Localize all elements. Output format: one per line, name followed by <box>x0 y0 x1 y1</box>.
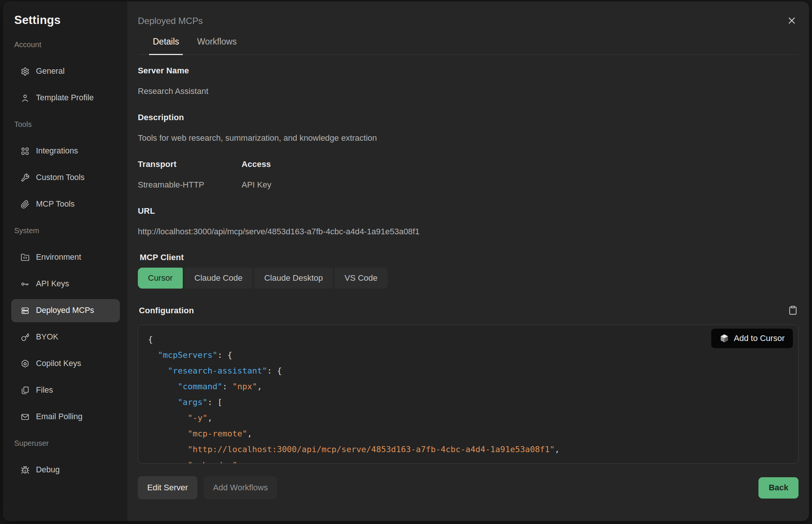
sidebar-nav: AccountGeneralTemplate ProfileToolsInteg… <box>11 31 120 483</box>
transport-label: Transport <box>138 159 242 169</box>
server-name-label: Server Name <box>138 66 799 76</box>
sidebar-item-label: BYOK <box>36 332 58 342</box>
server-name-value: Research Assistant <box>138 86 799 96</box>
sidebar-item-files[interactable]: Files <box>11 379 120 402</box>
transport-access-values: Streamable-HTTP API Key <box>138 180 799 190</box>
mcp-client-selector: CursorClaude CodeClaude DesktopVS Code <box>138 268 799 289</box>
access-label: Access <box>242 159 271 169</box>
code-line: "--header" <box>148 457 788 464</box>
user-icon <box>21 94 30 103</box>
sidebar-item-label: Environment <box>36 253 81 262</box>
sidebar-row: Debug <box>11 457 120 483</box>
tab-details[interactable]: Details <box>149 37 183 55</box>
sidebar-item-debug[interactable]: Debug <box>11 458 120 482</box>
files-icon <box>21 386 30 395</box>
sidebar-item-integrations[interactable]: Integrations <box>11 140 120 163</box>
sidebar-item-copilot-keys[interactable]: Copilot Keys <box>11 352 120 375</box>
code-line: "-y", <box>148 410 788 426</box>
code-line: "http://localhost:3000/api/mcp/serve/485… <box>148 442 788 457</box>
add-to-cursor-label: Add to Cursor <box>734 333 785 343</box>
sidebar-row: Template Profile <box>11 85 120 111</box>
code-line: "mcp-remote", <box>148 426 788 442</box>
client-option-claude-code[interactable]: Claude Code <box>184 268 252 289</box>
sidebar-row: Environment <box>11 244 120 271</box>
edit-server-button[interactable]: Edit Server <box>138 476 197 499</box>
sidebar-item-environment[interactable]: Environment <box>11 246 120 269</box>
sidebar-item-template-profile[interactable]: Template Profile <box>11 86 120 110</box>
client-option-vs-code[interactable]: VS Code <box>334 268 388 289</box>
sidebar-item-email-polling[interactable]: Email Polling <box>11 405 120 429</box>
code-content: { "mcpServers": { "research-assistant": … <box>148 332 788 464</box>
transport-value: Streamable-HTTP <box>138 180 242 190</box>
key-diagonal-icon <box>21 333 30 342</box>
mcp-client-label: MCP Client <box>138 253 799 262</box>
mail-icon <box>21 412 30 421</box>
sidebar-item-label: MCP Tools <box>36 199 75 209</box>
description-label: Description <box>138 113 799 122</box>
wrench-icon <box>21 173 30 182</box>
close-icon[interactable] <box>785 14 799 28</box>
page-title: Deployed MCPs <box>138 16 203 26</box>
client-option-cursor[interactable]: Cursor <box>138 268 183 289</box>
sidebar-item-label: Debug <box>36 465 60 475</box>
url-label: URL <box>138 206 799 216</box>
back-button[interactable]: Back <box>758 477 799 499</box>
bug-icon <box>21 466 30 475</box>
paperclip-icon <box>21 200 30 209</box>
sidebar: Settings AccountGeneralTemplate ProfileT… <box>3 1 127 521</box>
sidebar-item-mcp-tools[interactable]: MCP Tools <box>11 193 120 216</box>
sidebar-item-custom-tools[interactable]: Custom Tools <box>11 166 120 189</box>
footer-actions: Edit Server Add Workflows Back <box>138 476 799 499</box>
sidebar-item-byok[interactable]: BYOK <box>11 326 120 349</box>
sidebar-item-label: Files <box>36 386 53 395</box>
cursor-cube-icon <box>719 333 729 343</box>
sidebar-item-deployed-mcps[interactable]: Deployed MCPs <box>11 299 120 322</box>
description-value: Tools for web research, summarization, a… <box>138 133 799 143</box>
sidebar-item-api-keys[interactable]: API Keys <box>11 272 120 296</box>
sidebar-item-label: API Keys <box>36 279 69 289</box>
sidebar-row: Custom Tools <box>11 164 120 191</box>
clipboard-copy-icon[interactable] <box>787 305 799 316</box>
configuration-code-block: { "mcpServers": { "research-assistant": … <box>138 325 799 464</box>
sidebar-item-general[interactable]: General <box>11 60 120 83</box>
tab-workflows[interactable]: Workflows <box>193 37 240 55</box>
code-line: "command": "npx", <box>148 379 788 394</box>
panel-header: Deployed MCPs <box>138 1 799 28</box>
sidebar-row: BYOK <box>11 324 120 350</box>
footer-left-actions: Edit Server Add Workflows <box>138 476 277 499</box>
sidebar-row: Deployed MCPs <box>11 297 120 324</box>
sidebar-row: Copilot Keys <box>11 350 120 377</box>
add-to-cursor-button[interactable]: Add to Cursor <box>711 329 793 348</box>
sidebar-item-label: Template Profile <box>36 93 94 103</box>
add-workflows-button[interactable]: Add Workflows <box>204 476 277 499</box>
sidebar-row: Integrations <box>11 138 120 164</box>
key-icon <box>21 280 30 289</box>
sidebar-section-tools: Tools <box>11 111 120 138</box>
sidebar-section-account: Account <box>11 31 120 58</box>
configuration-label: Configuration <box>139 306 194 316</box>
sidebar-item-label: Custom Tools <box>36 173 85 182</box>
tab-bar: DetailsWorkflows <box>138 37 799 55</box>
sidebar-item-label: Copilot Keys <box>36 359 81 368</box>
transport-access-labels: Transport Access <box>138 159 799 169</box>
server-icon <box>21 306 30 315</box>
code-line: { <box>148 332 788 347</box>
code-line: "research-assistant": { <box>148 363 788 379</box>
integrations-grid-icon <box>21 147 30 156</box>
configuration-row: Configuration <box>138 305 799 316</box>
sidebar-row: General <box>11 58 120 85</box>
sidebar-section-superuser: Superuser <box>11 430 120 457</box>
sidebar-item-label: Email Polling <box>36 412 82 421</box>
access-value: API Key <box>242 180 271 190</box>
hexagon-icon <box>21 359 30 368</box>
client-option-claude-desktop[interactable]: Claude Desktop <box>254 268 333 289</box>
sidebar-row: MCP Tools <box>11 191 120 217</box>
sidebar-row: API Keys <box>11 271 120 297</box>
sidebar-row: Email Polling <box>11 403 120 430</box>
code-line: "args": [ <box>148 394 788 410</box>
sidebar-row: Files <box>11 377 120 403</box>
url-value: http://localhost:3000/api/mcp/serve/4853… <box>138 227 799 237</box>
settings-modal: Settings AccountGeneralTemplate ProfileT… <box>3 1 809 521</box>
sidebar-item-label: General <box>36 67 65 76</box>
sidebar-item-label: Deployed MCPs <box>36 306 94 315</box>
